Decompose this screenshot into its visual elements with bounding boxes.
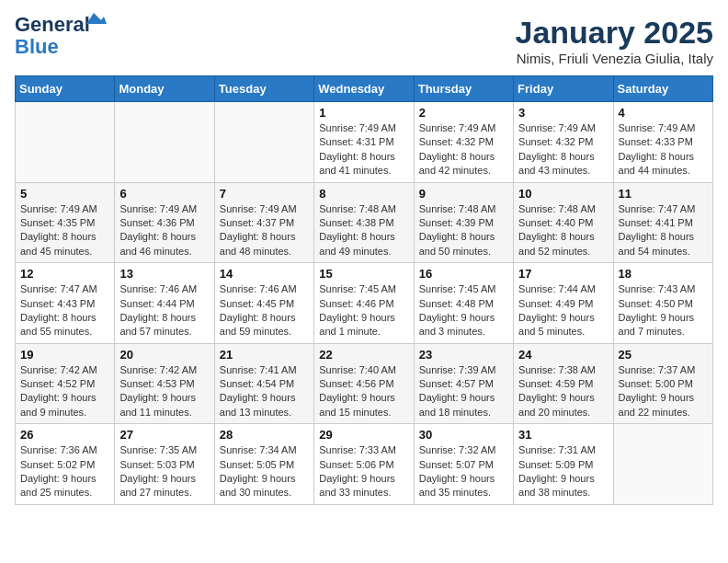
calendar-cell — [613, 424, 712, 505]
calendar-cell: 23Sunrise: 7:39 AMSunset: 4:57 PMDayligh… — [414, 343, 513, 424]
calendar-cell: 27Sunrise: 7:35 AMSunset: 5:03 PMDayligh… — [115, 424, 214, 505]
day-info: Sunrise: 7:35 AMSunset: 5:03 PMDaylight:… — [119, 443, 209, 500]
weekday-header-wednesday: Wednesday — [314, 76, 414, 102]
day-number: 19 — [20, 348, 109, 362]
location: Nimis, Friuli Venezia Giulia, Italy — [516, 51, 714, 66]
calendar-cell: 16Sunrise: 7:45 AMSunset: 4:48 PMDayligh… — [414, 263, 513, 344]
calendar-cell — [16, 102, 115, 183]
day-number: 21 — [220, 348, 309, 362]
calendar-cell: 13Sunrise: 7:46 AMSunset: 4:44 PMDayligh… — [115, 263, 214, 344]
day-number: 3 — [518, 106, 608, 120]
day-info: Sunrise: 7:34 AMSunset: 5:05 PMDaylight:… — [220, 443, 309, 500]
calendar-cell: 31Sunrise: 7:31 AMSunset: 5:09 PMDayligh… — [514, 424, 613, 505]
weekday-header-tuesday: Tuesday — [214, 76, 313, 102]
calendar-cell: 5Sunrise: 7:49 AMSunset: 4:35 PMDaylight… — [16, 182, 115, 263]
day-info: Sunrise: 7:41 AMSunset: 4:54 PMDaylight:… — [220, 363, 309, 420]
day-number: 24 — [518, 348, 608, 362]
logo-icon — [86, 11, 107, 26]
day-info: Sunrise: 7:38 AMSunset: 4:59 PMDaylight:… — [518, 363, 608, 420]
calendar-cell: 12Sunrise: 7:47 AMSunset: 4:43 PMDayligh… — [16, 263, 115, 344]
calendar-cell: 30Sunrise: 7:32 AMSunset: 5:07 PMDayligh… — [414, 424, 513, 505]
calendar-cell: 24Sunrise: 7:38 AMSunset: 4:59 PMDayligh… — [514, 343, 613, 424]
day-info: Sunrise: 7:49 AMSunset: 4:31 PMDaylight:… — [319, 121, 408, 178]
day-info: Sunrise: 7:48 AMSunset: 4:39 PMDaylight:… — [419, 202, 508, 259]
day-number: 26 — [20, 428, 109, 442]
calendar-cell: 25Sunrise: 7:37 AMSunset: 5:00 PMDayligh… — [613, 343, 712, 424]
calendar-week-3: 12Sunrise: 7:47 AMSunset: 4:43 PMDayligh… — [16, 263, 713, 344]
day-info: Sunrise: 7:45 AMSunset: 4:48 PMDaylight:… — [419, 282, 508, 339]
page-header: General Blue January 2025 Nimis, Friuli … — [15, 15, 713, 66]
day-info: Sunrise: 7:49 AMSunset: 4:33 PMDaylight:… — [619, 121, 708, 178]
calendar-cell: 17Sunrise: 7:44 AMSunset: 4:49 PMDayligh… — [514, 263, 613, 344]
day-number: 5 — [20, 187, 109, 201]
calendar-cell: 15Sunrise: 7:45 AMSunset: 4:46 PMDayligh… — [314, 263, 414, 344]
day-info: Sunrise: 7:48 AMSunset: 4:40 PMDaylight:… — [518, 202, 608, 259]
calendar-cell: 28Sunrise: 7:34 AMSunset: 5:05 PMDayligh… — [214, 424, 313, 505]
day-number: 10 — [518, 187, 608, 201]
day-number: 6 — [119, 187, 209, 201]
day-number: 28 — [220, 428, 309, 442]
calendar-cell: 3Sunrise: 7:49 AMSunset: 4:32 PMDaylight… — [514, 102, 613, 183]
day-number: 13 — [119, 267, 209, 281]
day-info: Sunrise: 7:49 AMSunset: 4:35 PMDaylight:… — [20, 202, 109, 259]
day-number: 25 — [619, 348, 708, 362]
day-number: 18 — [619, 267, 708, 281]
day-info: Sunrise: 7:42 AMSunset: 4:52 PMDaylight:… — [20, 363, 109, 420]
day-number: 7 — [220, 187, 309, 201]
calendar-week-4: 19Sunrise: 7:42 AMSunset: 4:52 PMDayligh… — [16, 343, 713, 424]
calendar-week-5: 26Sunrise: 7:36 AMSunset: 5:02 PMDayligh… — [16, 424, 713, 505]
calendar-cell: 10Sunrise: 7:48 AMSunset: 4:40 PMDayligh… — [514, 182, 613, 263]
calendar-cell: 6Sunrise: 7:49 AMSunset: 4:36 PMDaylight… — [115, 182, 214, 263]
calendar-cell: 2Sunrise: 7:49 AMSunset: 4:32 PMDaylight… — [414, 102, 513, 183]
day-number: 14 — [220, 267, 309, 281]
calendar-cell: 18Sunrise: 7:43 AMSunset: 4:50 PMDayligh… — [613, 263, 712, 344]
calendar-cell: 4Sunrise: 7:49 AMSunset: 4:33 PMDaylight… — [613, 102, 712, 183]
calendar-cell: 9Sunrise: 7:48 AMSunset: 4:39 PMDaylight… — [414, 182, 513, 263]
day-number: 17 — [518, 267, 608, 281]
day-info: Sunrise: 7:37 AMSunset: 5:00 PMDaylight:… — [619, 363, 708, 420]
day-number: 31 — [518, 428, 608, 442]
calendar-cell — [115, 102, 214, 183]
calendar-cell: 20Sunrise: 7:42 AMSunset: 4:53 PMDayligh… — [115, 343, 214, 424]
weekday-header-monday: Monday — [115, 76, 214, 102]
day-info: Sunrise: 7:46 AMSunset: 4:45 PMDaylight:… — [220, 282, 309, 339]
day-number: 15 — [319, 267, 408, 281]
day-info: Sunrise: 7:49 AMSunset: 4:32 PMDaylight:… — [419, 121, 508, 178]
weekday-header-friday: Friday — [514, 76, 613, 102]
calendar-cell: 21Sunrise: 7:41 AMSunset: 4:54 PMDayligh… — [214, 343, 313, 424]
day-number: 4 — [619, 106, 708, 120]
calendar-cell: 1Sunrise: 7:49 AMSunset: 4:31 PMDaylight… — [314, 102, 414, 183]
weekday-header-sunday: Sunday — [16, 76, 115, 102]
day-number: 11 — [619, 187, 708, 201]
day-number: 12 — [20, 267, 109, 281]
calendar-cell: 11Sunrise: 7:47 AMSunset: 4:41 PMDayligh… — [613, 182, 712, 263]
title-area: January 2025 Nimis, Friuli Venezia Giuli… — [516, 15, 714, 66]
day-info: Sunrise: 7:47 AMSunset: 4:43 PMDaylight:… — [20, 282, 109, 339]
day-info: Sunrise: 7:33 AMSunset: 5:06 PMDaylight:… — [319, 443, 408, 500]
day-info: Sunrise: 7:49 AMSunset: 4:36 PMDaylight:… — [119, 202, 209, 259]
calendar-cell: 29Sunrise: 7:33 AMSunset: 5:06 PMDayligh… — [314, 424, 414, 505]
day-number: 8 — [319, 187, 408, 201]
day-number: 30 — [419, 428, 508, 442]
day-info: Sunrise: 7:49 AMSunset: 4:37 PMDaylight:… — [220, 202, 309, 259]
calendar-week-1: 1Sunrise: 7:49 AMSunset: 4:31 PMDaylight… — [16, 102, 713, 183]
calendar-week-2: 5Sunrise: 7:49 AMSunset: 4:35 PMDaylight… — [16, 182, 713, 263]
day-info: Sunrise: 7:32 AMSunset: 5:07 PMDaylight:… — [419, 443, 508, 500]
calendar-cell — [214, 102, 313, 183]
logo: General Blue — [15, 15, 90, 57]
day-number: 2 — [419, 106, 508, 120]
day-info: Sunrise: 7:43 AMSunset: 4:50 PMDaylight:… — [619, 282, 708, 339]
day-info: Sunrise: 7:47 AMSunset: 4:41 PMDaylight:… — [619, 202, 708, 259]
weekday-header-row: SundayMondayTuesdayWednesdayThursdayFrid… — [16, 76, 713, 102]
weekday-header-saturday: Saturday — [613, 76, 712, 102]
day-info: Sunrise: 7:39 AMSunset: 4:57 PMDaylight:… — [419, 363, 508, 420]
day-number: 22 — [319, 348, 408, 362]
calendar-cell: 22Sunrise: 7:40 AMSunset: 4:56 PMDayligh… — [314, 343, 414, 424]
day-info: Sunrise: 7:48 AMSunset: 4:38 PMDaylight:… — [319, 202, 408, 259]
logo-general: General — [15, 13, 90, 36]
day-number: 29 — [319, 428, 408, 442]
day-info: Sunrise: 7:40 AMSunset: 4:56 PMDaylight:… — [319, 363, 408, 420]
calendar-cell: 7Sunrise: 7:49 AMSunset: 4:37 PMDaylight… — [214, 182, 313, 263]
day-number: 20 — [119, 348, 209, 362]
calendar-cell: 19Sunrise: 7:42 AMSunset: 4:52 PMDayligh… — [16, 343, 115, 424]
